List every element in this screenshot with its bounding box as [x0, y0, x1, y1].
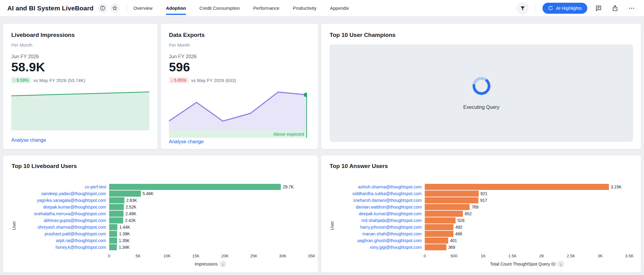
x-tick-label: 1K [481, 254, 486, 258]
filter-icon[interactable] [517, 2, 529, 14]
y-axis-title: User [12, 221, 16, 230]
analyse-change-link[interactable]: Analyse change [11, 138, 46, 143]
bar-row: sandeep.yadav@thoughtspot.com5.46K [20, 190, 313, 197]
bar-value-label: 492 [455, 225, 462, 230]
tab-adoption[interactable]: Adoption [166, 0, 186, 16]
category-label[interactable]: deepak.kumar@thoughtspot.com [20, 205, 109, 209]
bar-track: 3.15K [425, 184, 629, 190]
bar[interactable] [109, 191, 141, 197]
category-label[interactable]: md.shahjada@thoughtspot.com [338, 218, 425, 223]
comments-icon[interactable] [593, 3, 604, 13]
category-label[interactable]: arpit.rai@thoughtspot.com [20, 238, 109, 243]
category-label[interactable]: yagnika.sanagala@thoughtspot.com [20, 198, 109, 203]
ai-highlights-button[interactable]: AI Highlights [542, 3, 587, 14]
bar-value-label: 2.49K [125, 211, 136, 216]
bar[interactable] [425, 238, 448, 244]
category-label[interactable]: shreyash.sharma@thoughtspot.com [20, 225, 109, 230]
bar[interactable] [109, 244, 117, 250]
tab-overview[interactable]: Overview [134, 0, 153, 16]
top-answer-users-card: Top 10 Answer Users User ashish.sharma@t… [321, 155, 641, 273]
x-axis-ticks: 05001K1.5K2K2.5K3K3.5K [425, 254, 629, 259]
bar-track: 369 [425, 244, 629, 250]
tab-credit-consumption[interactable]: Credit Consumption [199, 0, 240, 16]
bar[interactable] [109, 184, 281, 190]
bar-row: prashant.patil@thoughtspot.com1.39K [20, 230, 313, 237]
bar-row: ashish.sharma@thoughtspot.com3.15K [338, 184, 636, 190]
sort-descending-icon[interactable]: ↓ [220, 261, 226, 267]
category-label[interactable]: deepak.kumar@thoughtspot.com [338, 211, 425, 216]
bar[interactable] [425, 191, 479, 197]
bar-value-label: 401 [450, 238, 457, 243]
category-label[interactable]: rony.gigi@thoughtspot.com [338, 245, 425, 250]
x-axis-ticks: 05K10K15K20K25K30K35K [109, 254, 312, 259]
ai-sparkle-icon [548, 5, 553, 11]
bar[interactable] [109, 238, 117, 244]
bar-row: siddhardha.sukka@thoughtspot.com921 [338, 190, 636, 197]
category-label[interactable]: cx-perf-test [20, 184, 109, 189]
bar[interactable] [425, 217, 456, 223]
bar-track: 2.63K [109, 197, 312, 203]
category-label[interactable]: siddhardha.sukka@thoughtspot.com [338, 191, 425, 196]
category-label[interactable]: honey.k@thoughtspot.com [20, 245, 109, 250]
x-axis-title: Total Count ThoughtSpot Query ID [490, 262, 556, 266]
x-tick-label: 500 [451, 254, 458, 258]
kpi-value: 596 [169, 60, 310, 74]
top-liveboard-users-card: Top 10 Liveboard Users User cx-perf-test… [3, 155, 318, 273]
bar[interactable] [109, 204, 124, 210]
category-label[interactable]: sneharsh.damani@thoughtspot.com [338, 198, 425, 203]
tab-productivity[interactable]: Productivity [293, 0, 317, 16]
bar-track: 921 [425, 191, 629, 197]
bar-value-label: 1.44K [119, 225, 130, 230]
bar[interactable] [109, 197, 124, 203]
sort-descending-icon[interactable]: ↓ [557, 261, 564, 267]
bar-row: yagnika.sanagala@thoughtspot.com2.63K [20, 197, 313, 204]
bar-value-label: 1.39K [119, 231, 130, 236]
bar-track: 1.34K [109, 244, 312, 250]
card-title: Data Exports [169, 32, 310, 38]
category-label[interactable]: abhinav.gupta@thoughtspot.com [20, 218, 109, 223]
query-status-text: Executing Query [463, 105, 499, 110]
bar[interactable] [425, 197, 478, 203]
bar-track: 2.52K [109, 204, 312, 210]
bar-row: damian.waldron@thoughtspot.com769 [338, 204, 636, 210]
kpi-comparison: vs May FY 2026 (633) [191, 78, 236, 83]
bar[interactable] [425, 184, 609, 190]
bar-rows: ashish.sharma@thoughtspot.com3.15Ksiddha… [338, 184, 636, 251]
category-label[interactable]: sandeep.yadav@thoughtspot.com [20, 191, 109, 196]
x-tick-label: 3.5K [625, 254, 634, 258]
share-icon[interactable] [610, 3, 620, 13]
delta-badge: ↑9.59% [11, 77, 31, 83]
bar-value-label: 652 [465, 211, 472, 216]
category-label[interactable]: harry.johnson@thoughtspot.com [338, 225, 425, 230]
bar-row: cx-perf-test29.7K [20, 184, 313, 190]
category-label[interactable]: manan.shah@thoughtspot.com [338, 231, 425, 236]
bar[interactable] [109, 231, 117, 237]
category-label[interactable]: ashish.sharma@thoughtspot.com [338, 184, 425, 189]
bar[interactable] [109, 211, 123, 217]
kpi-period: Jun FY 2026 [11, 54, 149, 59]
bar[interactable] [425, 244, 446, 250]
more-options-icon[interactable] [626, 3, 637, 13]
bar[interactable] [425, 231, 453, 237]
bar[interactable] [425, 204, 470, 210]
x-tick-label: 0 [424, 254, 426, 258]
x-tick-label: 1.5K [508, 254, 517, 258]
bar-value-label: 2.52K [126, 205, 137, 209]
category-label[interactable]: prashant.patil@thoughtspot.com [20, 231, 109, 236]
tab-appendix[interactable]: Appendix [330, 0, 349, 16]
category-label[interactable]: aaghran.ghosh@thoughtspot.com [338, 238, 425, 243]
kpi-period: Jun FY 2026 [169, 54, 310, 59]
impressions-sparkline [11, 88, 149, 132]
info-icon[interactable] [98, 3, 108, 13]
bar[interactable] [109, 224, 117, 230]
analyse-change-link[interactable]: Analyse change [169, 139, 204, 145]
bar[interactable] [109, 217, 123, 223]
bar[interactable] [425, 224, 453, 230]
category-label[interactable]: snehalatha.meruva@thoughtspot.com [20, 211, 109, 216]
bar-track: 917 [425, 197, 629, 203]
bar-track: 769 [425, 204, 629, 210]
category-label[interactable]: damian.waldron@thoughtspot.com [338, 205, 425, 209]
bar[interactable] [425, 211, 463, 217]
tab-performance[interactable]: Performance [253, 0, 280, 16]
favorite-star-icon[interactable] [110, 3, 120, 13]
